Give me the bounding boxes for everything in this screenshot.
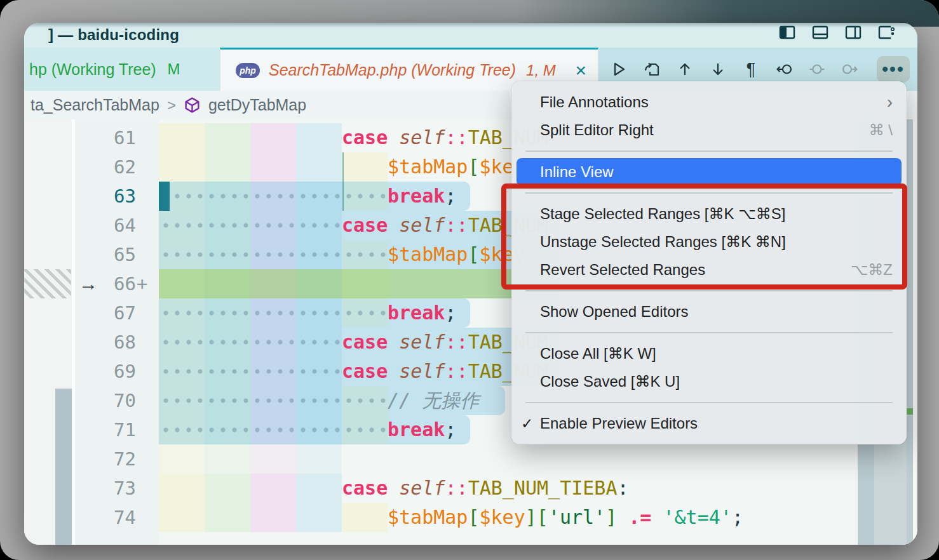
token-self: self [399, 477, 445, 499]
line-number[interactable]: 70 [75, 386, 136, 415]
next-icon[interactable] [709, 60, 727, 78]
whitespace-dots [160, 211, 341, 240]
indent-rainbow-block [159, 123, 205, 152]
line-number[interactable]: 69 [75, 357, 136, 386]
breadcrumb-namespace[interactable]: ta_SearchTabMap [30, 96, 159, 114]
token-br: [ [468, 243, 479, 265]
more-actions-icon[interactable]: ••• [877, 56, 910, 83]
line-number[interactable]: 61 [75, 123, 136, 152]
indent-rainbow-block [342, 152, 388, 182]
run-icon[interactable] [610, 60, 628, 78]
token-ct: TAB_NUM_TIEBA [468, 477, 618, 499]
diff-added-plus: + [137, 269, 156, 298]
prev-change-icon[interactable] [775, 60, 793, 78]
chevron-right-icon: > [167, 97, 176, 114]
menu-item-label: Enable Preview Editors [540, 415, 893, 432]
menu-item-unstage-selected-ranges-k-n[interactable]: Unstage Selected Ranges [⌘K ⌘N] [511, 228, 907, 256]
menu-item-label: Inline View [540, 163, 893, 181]
insertion-arrow-icon: → [79, 269, 104, 298]
previous-icon[interactable] [676, 60, 694, 78]
menu-item-enable-preview-editors[interactable]: ✓Enable Preview Editors [511, 410, 907, 437]
indent-rainbow-block [205, 444, 250, 474]
menu-item-label: Stage Selected Ranges [⌘K ⌥⌘S] [540, 205, 893, 223]
whitespace-dots [172, 182, 385, 211]
menu-item-label: Unstage Selected Ranges [⌘K ⌘N] [540, 233, 893, 251]
whitespace-dots [160, 386, 386, 415]
tab-working-tree-1[interactable]: hp (Working Tree) M [24, 48, 220, 91]
current-line-marker [159, 182, 170, 211]
menu-item-close-all-k-w[interactable]: Close All [⌘K W] [511, 340, 907, 368]
token-pc: ; [732, 506, 743, 528]
indent-rainbow-block [159, 503, 205, 532]
problems-modified-badge: 1, M [526, 62, 556, 79]
line-number[interactable]: 72 [75, 444, 136, 474]
token-vr: $tabMap [388, 156, 468, 178]
token-s1: 'url' [548, 506, 605, 528]
indent-rainbow-block [296, 503, 342, 532]
title-bar: ] — baidu-icoding [24, 23, 917, 48]
line-number[interactable]: 64 [75, 211, 136, 240]
menu-item-revert-selected-ranges[interactable]: Revert Selected Ranges⌥⌘Z [511, 256, 907, 284]
menu-item-split-editor-right[interactable]: Split Editor Right⌘ \ [511, 116, 907, 144]
window-title: ] — baidu-icoding [48, 26, 179, 44]
line-number[interactable]: 62 [75, 152, 136, 182]
indent-rainbow-block [205, 474, 250, 503]
code-line-72[interactable] [24, 444, 917, 474]
indent-rainbow-block [296, 474, 342, 503]
menu-item-stage-selected-ranges-k-s[interactable]: Stage Selected Ranges [⌘K ⌥⌘S] [511, 200, 907, 228]
php-icon: php [236, 63, 260, 78]
token-self: self [399, 126, 445, 149]
token-op: :: [445, 477, 468, 499]
code-line-74[interactable]: $tabMap[$key]['url'] .= '&t=4'; [24, 503, 917, 532]
token-kw: case [342, 214, 388, 236]
indent-rainbow-block [159, 152, 205, 182]
token-self: self [399, 360, 445, 382]
open-changes-icon[interactable] [643, 60, 661, 78]
line-number[interactable]: 71 [75, 415, 136, 444]
menu-item-inline-view[interactable]: Inline View [517, 158, 902, 186]
menu-divider [511, 326, 907, 340]
token-pc: ; [445, 185, 456, 207]
whitespace-icon[interactable]: ¶ [742, 60, 760, 78]
code-line-73[interactable]: case self::TAB_NUM_TIEBA: [24, 474, 917, 503]
indent-rainbow-block [205, 152, 250, 182]
menu-divider [511, 186, 907, 200]
token-pc: : [618, 477, 629, 499]
indent-rainbow-block [296, 444, 342, 474]
token-kw: break [388, 302, 445, 324]
menu-item-show-opened-editors[interactable]: Show Opened Editors [511, 298, 907, 326]
line-number[interactable]: 74 [75, 503, 136, 532]
line-number[interactable]: 65 [75, 240, 136, 269]
breadcrumb-method[interactable]: getDyTabMap [208, 96, 306, 114]
check-icon: ✓ [521, 415, 533, 432]
indent-rainbow-block [250, 152, 296, 182]
line-number[interactable]: 63 [75, 182, 136, 211]
customize-layout-icon[interactable] [878, 24, 895, 41]
inline-change-icon[interactable] [808, 60, 826, 78]
tab-label: hp (Working Tree) [29, 60, 156, 79]
menu-item-label: Show Opened Editors [540, 303, 893, 321]
line-number[interactable]: 67 [75, 298, 136, 328]
code-text: break; [388, 415, 456, 444]
token-kw: case [342, 360, 388, 382]
toggle-sidebar-icon[interactable] [779, 24, 795, 41]
menu-divider [511, 396, 907, 410]
menu-item-label: Close Saved [⌘K U] [540, 373, 893, 390]
menu-divider [511, 144, 907, 158]
indent-rainbow-block [159, 474, 205, 503]
window-layout-controls [779, 24, 895, 41]
line-number[interactable]: 73 [75, 474, 136, 503]
menu-item-shortcut: ⌘ \ [869, 121, 893, 139]
token-self: self [399, 331, 445, 353]
toggle-secondary-sidebar-icon[interactable] [845, 24, 861, 41]
close-icon[interactable]: × [575, 61, 586, 80]
line-number[interactable]: 68 [75, 328, 136, 357]
next-change-icon[interactable] [841, 60, 859, 78]
overview-ruler[interactable] [907, 119, 913, 545]
token-vr: $tabMap [388, 243, 468, 265]
token-op: :: [445, 331, 468, 353]
menu-item-close-saved-k-u[interactable]: Close Saved [⌘K U] [511, 368, 907, 396]
token-kw: break [388, 185, 445, 207]
toggle-panel-icon[interactable] [812, 24, 828, 41]
menu-item-file-annotations[interactable]: File Annotations› [511, 88, 907, 116]
